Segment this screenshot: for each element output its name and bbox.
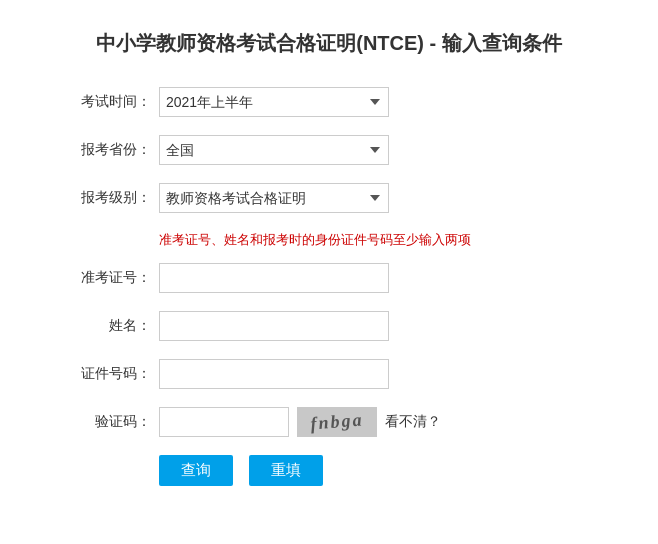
level-row: 报考级别： 教师资格考试合格证明 中学 小学 bbox=[69, 183, 589, 213]
page-title: 中小学教师资格考试合格证明(NTCE) - 输入查询条件 bbox=[30, 20, 628, 57]
captcha-input[interactable] bbox=[159, 407, 289, 437]
id-control bbox=[159, 359, 389, 389]
captcha-image-text: fnbga bbox=[310, 409, 365, 435]
page-container: 中小学教师资格考试合格证明(NTCE) - 输入查询条件 考试时间： 2021年… bbox=[0, 0, 658, 544]
province-label: 报考省份： bbox=[69, 141, 159, 159]
button-row: 查询 重填 bbox=[69, 455, 589, 486]
captcha-refresh[interactable]: 看不清？ bbox=[385, 413, 441, 431]
province-select[interactable]: 全国 北京 上海 广东 bbox=[159, 135, 389, 165]
captcha-label: 验证码： bbox=[69, 413, 159, 431]
id-label: 证件号码： bbox=[69, 365, 159, 383]
captcha-image[interactable]: fnbga bbox=[297, 407, 377, 437]
form-container: 考试时间： 2021年上半年 2020年下半年 2020年上半年 报考省份： 全… bbox=[69, 87, 589, 486]
id-input[interactable] bbox=[159, 359, 389, 389]
exam-time-label: 考试时间： bbox=[69, 93, 159, 111]
ticket-row: 准考证号： bbox=[69, 263, 589, 293]
level-control: 教师资格考试合格证明 中学 小学 bbox=[159, 183, 389, 213]
exam-time-select[interactable]: 2021年上半年 2020年下半年 2020年上半年 bbox=[159, 87, 389, 117]
ticket-control bbox=[159, 263, 389, 293]
captcha-row: 验证码： fnbga 看不清？ bbox=[69, 407, 589, 437]
id-row: 证件号码： bbox=[69, 359, 589, 389]
name-input[interactable] bbox=[159, 311, 389, 341]
exam-time-control: 2021年上半年 2020年下半年 2020年上半年 bbox=[159, 87, 389, 117]
error-row: 准考证号、姓名和报考时的身份证件号码至少输入两项 bbox=[69, 231, 589, 249]
reset-button[interactable]: 重填 bbox=[249, 455, 323, 486]
province-control: 全国 北京 上海 广东 bbox=[159, 135, 389, 165]
level-label: 报考级别： bbox=[69, 189, 159, 207]
ticket-input[interactable] bbox=[159, 263, 389, 293]
name-control bbox=[159, 311, 389, 341]
query-button[interactable]: 查询 bbox=[159, 455, 233, 486]
exam-time-row: 考试时间： 2021年上半年 2020年下半年 2020年上半年 bbox=[69, 87, 589, 117]
name-label: 姓名： bbox=[69, 317, 159, 335]
error-message: 准考证号、姓名和报考时的身份证件号码至少输入两项 bbox=[159, 231, 471, 249]
level-select[interactable]: 教师资格考试合格证明 中学 小学 bbox=[159, 183, 389, 213]
ticket-label: 准考证号： bbox=[69, 269, 159, 287]
province-row: 报考省份： 全国 北京 上海 广东 bbox=[69, 135, 589, 165]
name-row: 姓名： bbox=[69, 311, 589, 341]
